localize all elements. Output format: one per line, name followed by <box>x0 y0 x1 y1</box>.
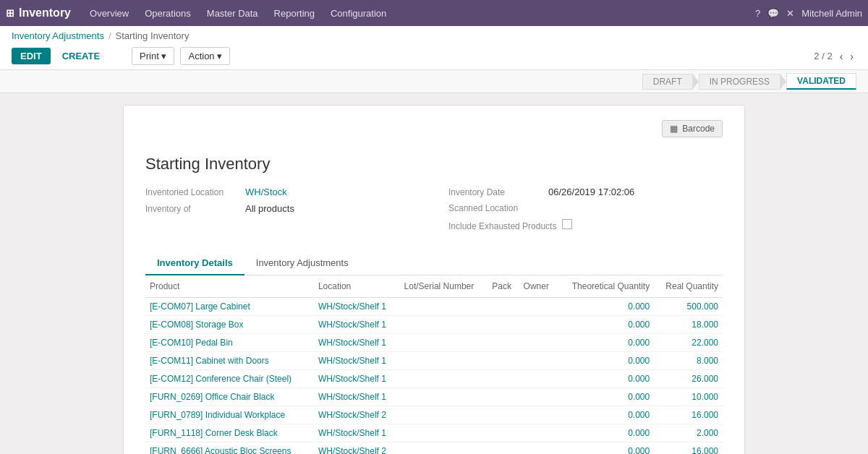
status-draft[interactable]: DRAFT <box>642 74 693 90</box>
status-arrow-1 <box>693 74 699 89</box>
main-content: ▦ Barcode Starting Inventory Inventoried… <box>0 93 868 454</box>
cell-location[interactable]: WH/Stock/Shelf 1 <box>314 424 400 442</box>
cell-owner <box>519 406 558 424</box>
cell-location[interactable]: WH/Stock/Shelf 2 <box>314 406 400 424</box>
cell-product[interactable]: [E-COM11] Cabinet with Doors <box>145 352 314 370</box>
cell-location[interactable]: WH/Stock/Shelf 1 <box>314 298 400 316</box>
cell-lot <box>400 334 488 352</box>
grid-icon: ⊞ <box>6 7 14 19</box>
table-row: [FURN_1118] Corner Desk Black WH/Stock/S… <box>145 424 723 442</box>
cell-location[interactable]: WH/Stock/Shelf 1 <box>314 334 400 352</box>
cell-location[interactable]: WH/Stock/Shelf 1 <box>314 316 400 334</box>
nav-operations[interactable]: Operations <box>137 5 198 22</box>
cell-real: 500.000 <box>654 298 723 316</box>
cell-location[interactable]: WH/Stock/Shelf 1 <box>314 388 400 406</box>
cell-theoretical: 0.000 <box>558 370 655 388</box>
cell-lot <box>400 352 488 370</box>
form-fields: Inventoried Location WH/Stock Inventory … <box>145 187 723 237</box>
cell-lot <box>400 370 488 388</box>
cell-pack <box>488 424 519 442</box>
cell-owner <box>519 334 558 352</box>
form-card: ▦ Barcode Starting Inventory Inventoried… <box>123 105 745 454</box>
cell-lot <box>400 316 488 334</box>
cell-pack <box>488 298 519 316</box>
cell-theoretical: 0.000 <box>558 442 655 455</box>
status-validated[interactable]: VALIDATED <box>786 73 856 90</box>
barcode-button[interactable]: ▦ Barcode <box>662 120 723 137</box>
cell-product[interactable]: [FURN_1118] Corner Desk Black <box>145 424 314 442</box>
cell-real: 18.000 <box>654 316 723 334</box>
cell-product[interactable]: [E-COM07] Large Cabinet <box>145 298 314 316</box>
topbar-right: ? 💬 ✕ Mitchell Admin <box>755 8 862 19</box>
cell-owner <box>519 370 558 388</box>
nav-master-data[interactable]: Master Data <box>200 5 265 22</box>
cell-real: 22.000 <box>654 334 723 352</box>
edit-button[interactable]: EDIT <box>12 48 51 64</box>
help-icon[interactable]: ? <box>755 8 760 19</box>
cell-real: 16.000 <box>654 406 723 424</box>
nav-overview[interactable]: Overview <box>82 5 136 22</box>
cell-product[interactable]: [FURN_6666] Acoustic Bloc Screens <box>145 442 314 455</box>
app-logo[interactable]: ⊞ Inventory <box>6 7 71 20</box>
breadcrumb-sep: / <box>109 30 111 41</box>
cell-product[interactable]: [E-COM12] Conference Chair (Steel) <box>145 370 314 388</box>
cell-real: 8.000 <box>654 352 723 370</box>
table-row: [FURN_0269] Office Chair Black WH/Stock/… <box>145 388 723 406</box>
exhausted-checkbox[interactable] <box>562 219 572 229</box>
cell-pack <box>488 388 519 406</box>
col-owner: Owner <box>519 275 558 298</box>
cell-pack <box>488 316 519 334</box>
chat-icon[interactable]: 💬 <box>767 8 779 19</box>
cell-location[interactable]: WH/Stock/Shelf 1 <box>314 352 400 370</box>
cell-location[interactable]: WH/Stock/Shelf 2 <box>314 442 400 455</box>
field-inventory-of: Inventory of All products <box>145 203 420 214</box>
cell-lot <box>400 406 488 424</box>
field-include-exhausted: Include Exhausted Products <box>448 219 723 231</box>
cell-pack <box>488 334 519 352</box>
barcode-label: Barcode <box>682 124 715 134</box>
col-product: Product <box>145 275 314 298</box>
cell-real: 10.000 <box>654 388 723 406</box>
cell-owner <box>519 442 558 455</box>
form-col-left: Inventoried Location WH/Stock Inventory … <box>145 187 420 237</box>
top-nav: Overview Operations Master Data Reportin… <box>82 5 393 22</box>
field-inventory-date: Inventory Date 06/26/2019 17:02:06 <box>448 187 723 197</box>
tab-inventory-adjustments[interactable]: Inventory Adjustments <box>244 252 360 275</box>
prev-button[interactable]: ‹ <box>837 49 846 64</box>
cell-real: 16.000 <box>654 442 723 455</box>
col-pack: Pack <box>488 275 519 298</box>
breadcrumb-parent[interactable]: Inventory Adjustments <box>12 30 104 41</box>
next-button[interactable]: › <box>847 49 856 64</box>
field-scanned-location: Scanned Location <box>448 203 723 213</box>
statusbar: DRAFT IN PROGRESS VALIDATED <box>0 70 868 93</box>
cell-product[interactable]: [E-COM08] Storage Box <box>145 316 314 334</box>
create-button[interactable]: CREATE <box>56 48 106 64</box>
settings-icon[interactable]: ✕ <box>786 8 794 19</box>
pagination-info: 2 / 2 <box>814 51 832 61</box>
cell-theoretical: 0.000 <box>558 406 655 424</box>
cell-product[interactable]: [FURN_0269] Office Chair Black <box>145 388 314 406</box>
cell-product[interactable]: [FURN_0789] Individual Workplace <box>145 406 314 424</box>
table-row: [FURN_0789] Individual Workplace WH/Stoc… <box>145 406 723 424</box>
cell-owner <box>519 316 558 334</box>
status-inprogress[interactable]: IN PROGRESS <box>699 74 780 90</box>
cell-location[interactable]: WH/Stock/Shelf 1 <box>314 370 400 388</box>
form-col-right: Inventory Date 06/26/2019 17:02:06 Scann… <box>448 187 723 237</box>
nav-arrows: ‹ › <box>837 49 856 64</box>
nav-reporting[interactable]: Reporting <box>267 5 322 22</box>
topbar: ⊞ Inventory Overview Operations Master D… <box>0 0 868 26</box>
cell-owner <box>519 352 558 370</box>
print-button[interactable]: Print ▾ <box>132 47 174 65</box>
col-location: Location <box>314 275 400 298</box>
cell-real: 2.000 <box>654 424 723 442</box>
nav-configuration[interactable]: Configuration <box>323 5 393 22</box>
cell-theoretical: 0.000 <box>558 298 655 316</box>
table-header-row: Product Location Lot/Serial Number Pack … <box>145 275 723 298</box>
cell-product[interactable]: [E-COM10] Pedal Bin <box>145 334 314 352</box>
tab-inventory-details[interactable]: Inventory Details <box>145 252 244 275</box>
subheader: Inventory Adjustments / Starting Invento… <box>0 26 868 70</box>
action-button[interactable]: Action ▾ <box>180 47 230 65</box>
user-menu[interactable]: Mitchell Admin <box>801 8 862 19</box>
cell-pack <box>488 442 519 455</box>
cell-theoretical: 0.000 <box>558 424 655 442</box>
